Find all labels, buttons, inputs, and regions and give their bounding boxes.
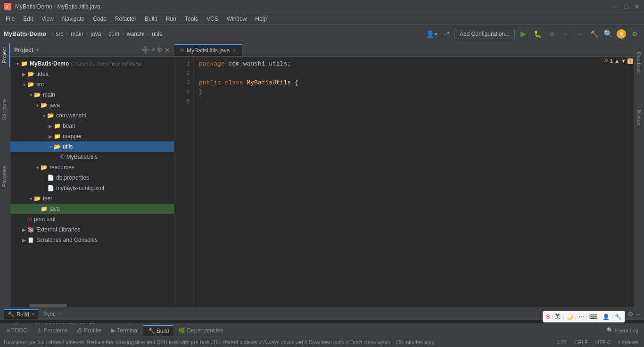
menu-item-navigate[interactable]: Navigate: [58, 15, 88, 23]
warning-chevron-up[interactable]: ▲: [614, 58, 619, 64]
panel-close-icon[interactable]: ✕: [165, 46, 170, 54]
tree-item-java[interactable]: ▾ 📂 java: [10, 100, 174, 110]
editor-tab-mybatisutils[interactable]: © MyBatisUtils.java ✕: [174, 44, 242, 56]
menu-item-window[interactable]: Window: [223, 15, 251, 23]
breadcrumb-main: main: [71, 31, 83, 37]
tree-item-bean[interactable]: ▶ 📁 bean: [10, 121, 174, 131]
tree-label-mapper: mapper: [63, 133, 82, 140]
panel-settings-icon[interactable]: ⚙: [157, 46, 163, 54]
back-button[interactable]: ←: [560, 28, 571, 40]
menu-item-build[interactable]: Build: [141, 15, 161, 23]
menu-item-code[interactable]: Code: [89, 15, 110, 23]
event-log-btn[interactable]: 🔍 Event Log: [603, 327, 642, 333]
panel-dropdown-icon[interactable]: ▾: [36, 47, 39, 52]
tree-item-test-java[interactable]: 📁 java: [10, 204, 174, 214]
tree-label-db-props: db.properties: [56, 174, 89, 181]
menu-item-edit[interactable]: Edit: [19, 15, 37, 23]
panel-add-icon[interactable]: ➕: [141, 46, 149, 54]
menu-item-file[interactable]: File: [2, 15, 18, 23]
ime-dots[interactable]: ⋯: [578, 314, 584, 320]
project-name: MyBatis-Demo: [4, 30, 46, 37]
build-button[interactable]: 🔨: [588, 28, 600, 40]
tree-item-idea[interactable]: ▶ 📂 .idea: [10, 69, 174, 79]
tree-item-mapper[interactable]: ▶ 📁 mapper: [10, 131, 174, 141]
tool-tab-problems[interactable]: ⚠ Problems: [32, 325, 72, 336]
tree-item-com-wanshi[interactable]: ▾ 📂 com.wanshi: [10, 110, 174, 121]
close-button[interactable]: ✕: [634, 3, 640, 10]
ime-icon-1[interactable]: S: [546, 314, 550, 320]
problems-icon: ⚠: [37, 327, 42, 334]
tree-item-pom[interactable]: m pom.xml: [10, 214, 174, 224]
vcs-icon[interactable]: ⎇: [440, 28, 452, 40]
ime-lang[interactable]: 英: [555, 313, 561, 321]
tree-item-external-libs[interactable]: ▶ 📚 External Libraries: [10, 224, 174, 235]
database-side-tab[interactable]: Database: [635, 48, 644, 78]
sync-close-btn[interactable]: ✕: [58, 311, 61, 316]
tree-item-mybatisutils[interactable]: © MyBatisUtils: [10, 152, 174, 162]
tree-item-scratches[interactable]: ▶ 📋 Scratches and Consoles: [10, 235, 174, 245]
tool-tab-terminal[interactable]: ▶ Terminal: [107, 325, 143, 336]
bottom-settings-icon[interactable]: ⚙: [627, 310, 634, 318]
bottom-tab-close-btn[interactable]: ✕: [31, 312, 35, 317]
debug-button[interactable]: 🐛: [532, 28, 543, 40]
tree-item-resources[interactable]: ▾ 📂 resources: [10, 162, 174, 173]
bottom-tab-build-label: 🔨 Build ✕: [4, 309, 39, 319]
toolbar-right: 👤▾ ⎇ Add Configuration... ▶ 🐛 ⏹ ← → 🔨 🔍 …: [426, 28, 640, 40]
menu-item-view[interactable]: View: [38, 15, 58, 23]
tab-close-btn[interactable]: ✕: [232, 48, 236, 53]
menu-item-run[interactable]: Run: [162, 15, 180, 23]
stop-button[interactable]: ⏹: [546, 28, 557, 40]
menu-item-help[interactable]: Help: [251, 15, 271, 23]
root-icon: 📁: [21, 60, 28, 67]
ime-tools[interactable]: 🔧: [615, 314, 622, 320]
tool-tab-profiler[interactable]: @ Profiler: [72, 325, 107, 336]
structure-side-tab[interactable]: Structure: [0, 95, 10, 124]
horizontal-scrollbar[interactable]: [10, 304, 174, 307]
tree-item-root[interactable]: ▾ 📁 MyBatis-Demo C:\Users\...\IdeaProjec…: [10, 58, 174, 69]
tree-label-bean: bean: [63, 123, 75, 129]
ime-keyboard[interactable]: ⌨: [589, 314, 597, 320]
tree-label-utils: utils: [63, 143, 73, 150]
panel-collapse-icon[interactable]: ≡: [151, 46, 155, 54]
status-position[interactable]: 3:27: [555, 339, 569, 345]
status-line-ending[interactable]: CRLF: [572, 339, 590, 345]
search-everywhere-button[interactable]: 🔍: [603, 28, 614, 40]
tree-item-mybatis-config[interactable]: 📄 mybayis-config.xml: [10, 183, 174, 193]
warning-chevron-down[interactable]: ▼: [621, 58, 626, 64]
add-configuration-button[interactable]: Add Configuration...: [454, 29, 515, 39]
code-content[interactable]: package com.wanshi.utils; public class M…: [193, 57, 627, 307]
tree-item-test[interactable]: ▾ 📂 test: [10, 193, 174, 204]
tree-arrow-root: ▾: [14, 61, 21, 66]
project-side-tab[interactable]: Project: [0, 43, 10, 67]
forward-button[interactable]: →: [574, 28, 586, 40]
updates-button[interactable]: ★: [617, 29, 626, 39]
ime-person[interactable]: 👤: [603, 314, 610, 320]
maximize-button[interactable]: □: [623, 3, 630, 10]
build-tab-toolbar-icon: 🔨: [148, 328, 155, 334]
favorites-side-tab[interactable]: Favorites: [0, 162, 10, 190]
minimize-button[interactable]: ─: [613, 3, 619, 10]
tool-tab-build[interactable]: 🔨 Build: [143, 325, 174, 336]
breadcrumb-com: com: [108, 31, 119, 37]
menu-item-refactor[interactable]: Refactor: [111, 15, 140, 23]
tree-label-main: main: [43, 91, 55, 98]
run-button[interactable]: ▶: [518, 28, 529, 40]
settings-gear[interactable]: ⚙: [629, 28, 640, 40]
status-encoding[interactable]: UTF-8: [594, 339, 612, 345]
account-button[interactable]: 👤▾: [426, 28, 438, 40]
tree-item-src[interactable]: ▾ 📂 src: [10, 79, 174, 90]
title-bar: J MyBatis-Demo - MyBatisUtils.java ─ □ ✕: [0, 0, 644, 13]
tree-item-utils[interactable]: ▾ 📂 utils: [10, 141, 174, 152]
class-icon: ©: [60, 154, 65, 160]
status-indent[interactable]: 4 spaces: [616, 339, 640, 345]
menu-item-vcs[interactable]: VCS: [203, 15, 222, 23]
bottom-minimize-icon[interactable]: ─: [636, 310, 640, 318]
tree-item-main[interactable]: ▾ 📂 main: [10, 90, 174, 100]
ime-moon[interactable]: 🌙: [566, 314, 573, 320]
menu-item-tools[interactable]: Tools: [181, 15, 202, 23]
tool-tab-dependencies[interactable]: 🌿 Dependencies: [173, 325, 228, 336]
tool-tab-todo[interactable]: ≡ TODO: [2, 325, 32, 336]
mapper-folder-icon: 📁: [54, 133, 61, 140]
tree-item-db-props[interactable]: 📄 db.properties: [10, 173, 174, 183]
maven-side-tab[interactable]: Maven: [635, 106, 644, 129]
